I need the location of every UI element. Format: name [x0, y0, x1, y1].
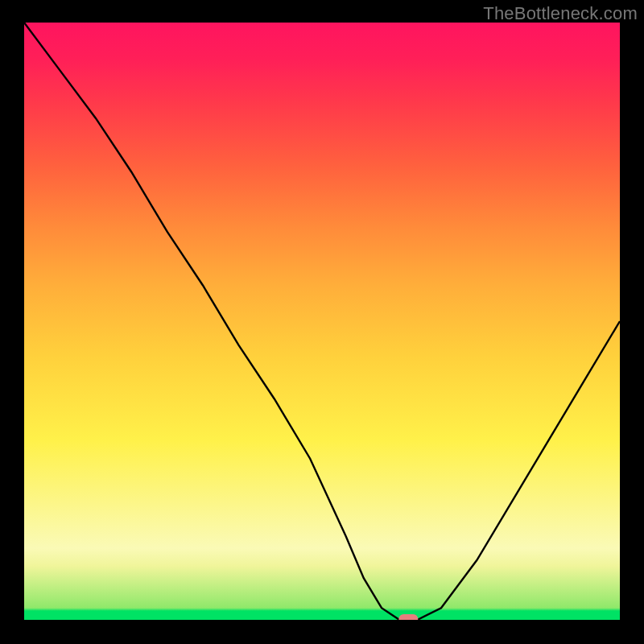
plot-svg [24, 23, 620, 620]
minimum-marker [398, 614, 418, 620]
watermark-text: TheBottleneck.com [483, 3, 638, 24]
plot-area [24, 23, 620, 620]
chart-container: TheBottleneck.com [0, 0, 644, 644]
bottleneck-curve [24, 23, 620, 620]
